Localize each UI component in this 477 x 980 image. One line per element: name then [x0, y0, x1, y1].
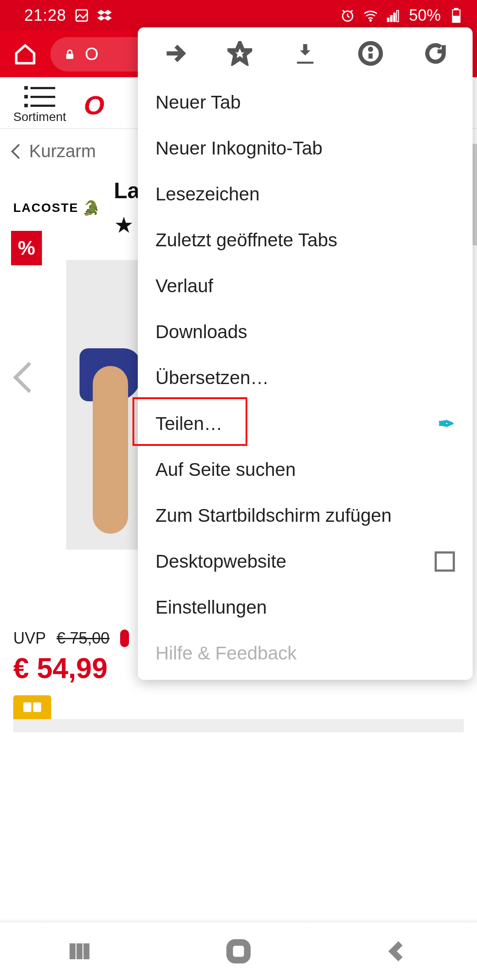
- menu-item-incognito[interactable]: Neuer Inkognito-Tab: [138, 125, 473, 171]
- info-strip: [13, 719, 464, 732]
- menu-label: Lesezeichen: [155, 184, 260, 205]
- status-time: 21:28: [24, 6, 66, 25]
- menu-label: Hilfe & Feedback: [155, 643, 297, 664]
- svg-rect-10: [66, 53, 73, 59]
- menu-label: Downloads: [155, 321, 247, 343]
- page-info-button[interactable]: [357, 40, 384, 67]
- svg-rect-5: [394, 13, 395, 22]
- menu-label: Übersetzen…: [155, 367, 269, 388]
- menu-item-share[interactable]: Teilen… ✒: [138, 401, 473, 447]
- battery-icon: [449, 8, 464, 23]
- battery-text: 50%: [409, 6, 441, 25]
- discount-badge: %: [11, 231, 42, 265]
- sortiment-menu-button[interactable]: Sortiment: [13, 86, 66, 124]
- menu-item-find-in-page[interactable]: Auf Seite suchen: [138, 447, 473, 493]
- bottom-shadow: [0, 918, 477, 923]
- menu-label: Einstellungen: [155, 597, 267, 618]
- alarm-icon: [340, 8, 355, 23]
- uvp-label: UVP: [13, 629, 46, 648]
- reload-button[interactable]: [422, 40, 449, 67]
- menu-label: Zuletzt geöffnete Tabs: [155, 230, 337, 251]
- bookmark-star-button[interactable]: [227, 40, 253, 67]
- svg-rect-17: [230, 942, 247, 960]
- menu-label: Auf Seite suchen: [155, 459, 296, 480]
- browser-overflow-menu: Neuer Tab Neuer Inkognito-Tab Lesezeiche…: [138, 27, 473, 680]
- svg-rect-9: [453, 16, 460, 22]
- nav-home-button[interactable]: [223, 936, 254, 967]
- svg-rect-3: [387, 18, 389, 22]
- android-statusbar: 21:28 50%: [0, 0, 477, 31]
- star-icon: ★: [114, 212, 140, 238]
- image-icon: [74, 8, 89, 23]
- svg-rect-8: [454, 8, 458, 10]
- old-price: € 75,00: [57, 629, 110, 648]
- url-text: O: [85, 44, 98, 64]
- svg-rect-4: [390, 15, 392, 22]
- menu-label: Neuer Inkognito-Tab: [155, 138, 322, 159]
- statusbar-right: 50%: [340, 6, 464, 25]
- dropbox-icon: [97, 8, 112, 23]
- menu-label: Neuer Tab: [155, 92, 241, 113]
- menu-item-downloads[interactable]: Downloads: [138, 309, 473, 355]
- menu-item-new-tab[interactable]: Neuer Tab: [138, 79, 473, 125]
- menu-item-history[interactable]: Verlauf: [138, 263, 473, 309]
- discount-pill: [120, 629, 129, 647]
- menu-item-bookmarks[interactable]: Lesezeichen: [138, 171, 473, 217]
- share-accent-icon: ✒: [438, 412, 455, 436]
- home-button[interactable]: [13, 42, 37, 66]
- brand-logo[interactable]: LACOSTE 🐊: [13, 200, 101, 216]
- download-button[interactable]: [292, 40, 318, 67]
- menu-item-add-to-home[interactable]: Zum Startbildschirm zufügen: [138, 493, 473, 539]
- model-arm: [93, 366, 128, 534]
- brand-text: LACOSTE: [13, 201, 79, 215]
- menu-item-recent-tabs[interactable]: Zuletzt geöffnete Tabs: [138, 217, 473, 263]
- sortiment-label: Sortiment: [13, 110, 66, 124]
- hamburger-icon: [24, 86, 55, 107]
- android-navbar: [0, 923, 477, 980]
- otto-logo[interactable]: O: [84, 90, 103, 121]
- menu-list: Neuer Tab Neuer Inkognito-Tab Lesezeiche…: [138, 79, 473, 676]
- menu-label: Verlauf: [155, 275, 213, 297]
- desktop-site-checkbox[interactable]: [435, 551, 455, 572]
- svg-point-2: [370, 19, 371, 21]
- signal-icon: [386, 8, 401, 23]
- crocodile-icon: 🐊: [82, 200, 101, 216]
- lock-icon: [64, 48, 76, 60]
- menu-label: Desktopwebsite: [155, 551, 286, 572]
- chevron-left-icon: [11, 144, 26, 159]
- nav-back-button[interactable]: [382, 936, 413, 967]
- menu-label: Zum Startbildschirm zufügen: [155, 505, 392, 526]
- menu-item-settings[interactable]: Einstellungen: [138, 584, 473, 630]
- menu-icon-row: [138, 27, 473, 79]
- image-prev-button[interactable]: [13, 362, 45, 393]
- svg-rect-6: [397, 11, 398, 22]
- breadcrumb-label: Kurzarm: [29, 141, 96, 161]
- menu-item-translate[interactable]: Übersetzen…: [138, 355, 473, 401]
- forward-button[interactable]: [162, 40, 188, 67]
- payment-badge: [13, 695, 51, 719]
- statusbar-left: 21:28: [24, 6, 112, 25]
- menu-label: Teilen…: [155, 413, 223, 434]
- menu-item-desktop-site[interactable]: Desktopwebsite: [138, 539, 473, 584]
- product-title: La: [114, 178, 140, 204]
- wifi-icon: [363, 8, 378, 23]
- nav-recent-button[interactable]: [64, 936, 95, 967]
- menu-item-help[interactable]: Hilfe & Feedback: [138, 630, 473, 676]
